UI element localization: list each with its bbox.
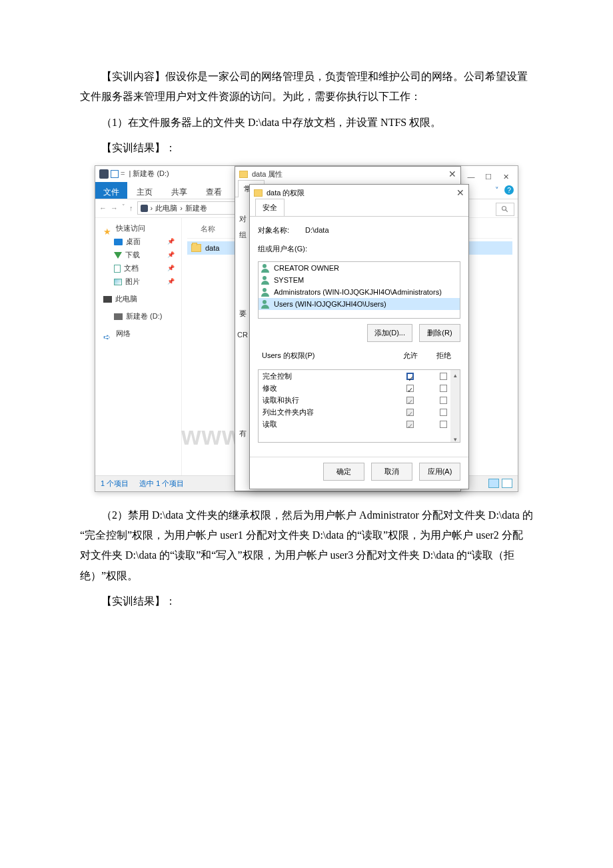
ribbon-chevron-icon[interactable]: ˅ <box>495 183 499 197</box>
permissions-tabs: 安全 <box>250 202 468 217</box>
breadcrumb[interactable]: › 此电脑 › 新建卷 <box>137 201 244 215</box>
download-icon <box>114 252 122 259</box>
user-creator-owner[interactable]: CREATOR OWNER <box>259 262 460 274</box>
bc-sep: › <box>151 201 153 215</box>
nav-network[interactable]: ➪网络 <box>98 327 179 341</box>
star-icon: ★ <box>103 224 113 233</box>
folder-label: data <box>205 241 219 255</box>
allow-checkbox[interactable] <box>406 397 414 404</box>
nav-desktop[interactable]: 桌面📌 <box>98 235 179 249</box>
permissions-table: ▴▾ 完全控制修改读取和执行列出文件夹内容读取 <box>258 369 460 443</box>
view-large-icon[interactable] <box>502 479 512 488</box>
pin-icon: 📌 <box>167 236 175 247</box>
user-icon <box>261 300 270 309</box>
add-button[interactable]: 添加(D)... <box>367 324 412 342</box>
bc-drive[interactable]: 新建卷 <box>185 201 207 215</box>
nav-pane: ★快速访问 桌面📌 下载📌 文档📌 图片📌 此电脑 新建卷 (D:) ➪网络 <box>95 218 182 475</box>
close-icon[interactable]: ✕ <box>448 165 456 183</box>
user-icon <box>261 276 270 285</box>
drive-icon <box>114 313 123 320</box>
desktop-icon <box>114 239 123 245</box>
deny-checkbox[interactable] <box>440 409 447 416</box>
nav-thispc[interactable]: 此电脑 <box>98 293 179 306</box>
para-result2-label: 【实训结果】： <box>80 591 533 611</box>
cut-label-dui: 对 <box>239 212 247 226</box>
user-list[interactable]: CREATOR OWNER SYSTEM Administrators (WIN… <box>258 261 460 319</box>
allow-checkbox[interactable] <box>406 409 414 416</box>
cut-label-cr: CR <box>237 328 248 342</box>
allow-checkbox[interactable] <box>406 385 414 392</box>
object-name-row: 对象名称: D:\data <box>258 223 460 237</box>
object-name-value: D:\data <box>305 223 328 237</box>
user-system[interactable]: SYSTEM <box>259 274 460 286</box>
user-users[interactable]: Users (WIN-IOJQGKJHI4O\Users) <box>259 298 460 310</box>
allow-checkbox[interactable] <box>406 421 414 428</box>
picture-icon <box>114 279 122 285</box>
folder-icon <box>254 189 263 197</box>
groups-label: 组或用户名(G): <box>258 242 460 256</box>
perm-row: 修改 <box>259 382 460 394</box>
nav-documents[interactable]: 文档📌 <box>98 262 179 275</box>
ok-button[interactable]: 确定 <box>323 463 364 481</box>
nav-drive-d[interactable]: 新建卷 (D:) <box>98 310 179 323</box>
user-administrators[interactable]: Administrators (WIN-IOJQGKJHI4O\Administ… <box>259 286 460 298</box>
user-icon <box>261 264 270 273</box>
maximize-button[interactable]: ☐ <box>484 170 492 178</box>
tab-security[interactable]: 安全 <box>255 199 285 216</box>
pc-icon <box>103 296 112 303</box>
para-step1: （1）在文件服务器上的文件夹 D:\data 中存放文档，并设置 NTFS 权限… <box>80 113 533 133</box>
explorer-title-text: | 新建卷 (D:) <box>129 167 169 181</box>
nav-back-icon[interactable]: ← <box>99 201 107 215</box>
bc-sep2: › <box>180 201 183 215</box>
svg-point-0 <box>502 206 506 210</box>
nav-history-icon[interactable]: ˅ <box>122 201 125 215</box>
tab-view[interactable]: 查看 <box>197 182 231 199</box>
tab-file[interactable]: 文件 <box>95 182 127 199</box>
folder-icon <box>239 171 248 178</box>
allow-checkbox[interactable] <box>406 373 414 380</box>
para-intro: 【实训内容】假设你是一家公司的网络管理员，负责管理和维护公司的网络。公司希望设置… <box>80 67 533 107</box>
apply-button[interactable]: 应用(A) <box>419 463 460 481</box>
perm-name: 读取 <box>259 417 393 431</box>
scrollbar[interactable]: ▴▾ <box>450 370 460 442</box>
qat-icon <box>111 170 119 178</box>
nav-pictures[interactable]: 图片📌 <box>98 275 179 289</box>
cut-label-zu: 组 <box>239 228 247 242</box>
remove-button[interactable]: 删除(R) <box>419 324 460 342</box>
nav-fwd-icon[interactable]: → <box>111 201 118 215</box>
scroll-up-icon[interactable]: ▴ <box>450 370 460 378</box>
tab-share[interactable]: 共享 <box>162 182 197 199</box>
view-details-icon[interactable] <box>488 479 499 488</box>
permissions-footer: 确定 取消 应用(A) <box>250 457 468 489</box>
pin-icon: 📌 <box>167 249 175 261</box>
close-button[interactable]: ✕ <box>502 170 510 178</box>
tab-home[interactable]: 主页 <box>127 182 162 199</box>
nav-up-icon[interactable]: ↑ <box>129 201 133 215</box>
cancel-button[interactable]: 取消 <box>371 463 412 481</box>
pin-icon: 📌 <box>167 276 175 287</box>
nav-downloads[interactable]: 下载📌 <box>98 249 179 262</box>
help-icon[interactable]: ? <box>504 185 514 195</box>
network-icon: ➪ <box>103 329 113 339</box>
properties-titlebar: data 属性 ✕ <box>235 167 460 183</box>
nav-quickaccess[interactable]: ★快速访问 <box>98 222 179 235</box>
cut-label-yao: 要 <box>239 307 247 321</box>
perm-row: 完全控制 <box>259 370 460 382</box>
perm-row: 列出文件夹内容 <box>259 406 460 418</box>
bc-drive-icon <box>141 205 148 212</box>
permissions-dialog: data 的权限 ✕ 安全 对象名称: D:\data 组或用户名(G): CR… <box>249 184 469 489</box>
pin-icon: 📌 <box>167 263 175 274</box>
minimize-button[interactable]: — <box>467 170 475 178</box>
bc-pc[interactable]: 此电脑 <box>155 201 177 215</box>
search-input[interactable] <box>496 203 514 216</box>
deny-checkbox[interactable] <box>440 385 447 392</box>
deny-checkbox[interactable] <box>440 397 447 404</box>
close-icon[interactable]: ✕ <box>456 184 464 202</box>
deny-checkbox[interactable] <box>440 421 447 428</box>
folder-icon <box>191 244 201 252</box>
scroll-down-icon[interactable]: ▾ <box>450 434 460 442</box>
qat-sep: = <box>121 167 125 181</box>
deny-checkbox[interactable] <box>440 373 447 380</box>
perm-row: 读取和执行 <box>259 394 460 406</box>
perm-row: 读取 <box>259 418 460 430</box>
